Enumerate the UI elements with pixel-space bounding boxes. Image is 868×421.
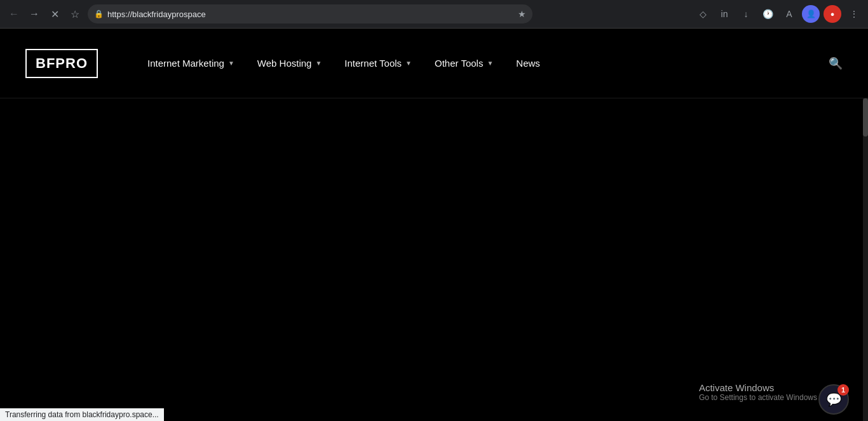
nav-item-other-tools[interactable]: Other Tools ▼ <box>423 58 505 69</box>
nav-item-internet-marketing[interactable]: Internet Marketing ▼ <box>136 58 246 69</box>
page-wrapper: BFPRO Internet Marketing ▼ Web Hosting ▼… <box>0 29 868 421</box>
close-tab-button[interactable]: ✕ <box>46 5 64 23</box>
bookmark-button[interactable]: ☆ <box>66 5 84 23</box>
chevron-down-icon: ▼ <box>487 60 493 67</box>
site-header: BFPRO Internet Marketing ▼ Web Hosting ▼… <box>0 29 868 98</box>
chevron-down-icon: ▼ <box>405 60 412 67</box>
chevron-down-icon: ▼ <box>228 60 234 67</box>
chat-bubble[interactable]: 💬 1 <box>818 384 849 415</box>
sync-button[interactable]: ● <box>824 5 841 23</box>
browser-chrome: ← → ✕ ☆ 🔒 https://blackfridayprospace ★ … <box>0 0 868 29</box>
activate-windows-title: Activate Windows <box>699 382 817 393</box>
chat-notification-badge: 1 <box>837 384 849 396</box>
status-bar: Transferring data from blackfridaypro.sp… <box>0 408 164 421</box>
site-nav: Internet Marketing ▼ Web Hosting ▼ Inter… <box>136 57 843 70</box>
downloads-button[interactable]: ↓ <box>737 5 755 23</box>
profile-button[interactable]: 👤 <box>802 5 820 23</box>
nav-item-internet-tools[interactable]: Internet Tools ▼ <box>333 58 423 69</box>
scrollbar-thumb[interactable] <box>863 98 868 137</box>
url-text: https://blackfridayprospace <box>107 10 514 19</box>
activate-windows-watermark: Activate Windows Go to Settings to activ… <box>699 382 817 402</box>
back-button[interactable]: ← <box>5 5 23 23</box>
scrollbar-track[interactable] <box>863 98 868 421</box>
address-bar[interactable]: 🔒 https://blackfridayprospace ★ <box>88 4 532 23</box>
nav-item-web-hosting[interactable]: Web Hosting ▼ <box>246 58 334 69</box>
chevron-down-icon: ▼ <box>315 60 322 67</box>
settings-button[interactable]: ⋮ <box>845 5 863 23</box>
translate-button[interactable]: A <box>780 5 798 23</box>
activate-windows-subtitle: Go to Settings to activate Windows <box>699 393 817 402</box>
main-content: Activate Windows Go to Settings to activ… <box>0 98 868 421</box>
linkedin-button[interactable]: in <box>715 5 733 23</box>
history-button[interactable]: 🕐 <box>759 5 776 23</box>
browser-nav-buttons: ← → ✕ ☆ <box>5 5 84 23</box>
browser-actions: ◇ in ↓ 🕐 A 👤 ● ⋮ <box>694 5 863 23</box>
logo-box: BFPRO <box>25 49 98 78</box>
search-icon[interactable]: 🔍 <box>829 57 843 70</box>
nav-item-news[interactable]: News <box>505 58 552 69</box>
star-icon: ★ <box>518 9 526 19</box>
site-logo[interactable]: BFPRO <box>25 49 98 78</box>
extensions-button[interactable]: ◇ <box>694 5 712 23</box>
forward-button[interactable]: → <box>25 5 43 23</box>
lock-icon: 🔒 <box>94 10 104 18</box>
